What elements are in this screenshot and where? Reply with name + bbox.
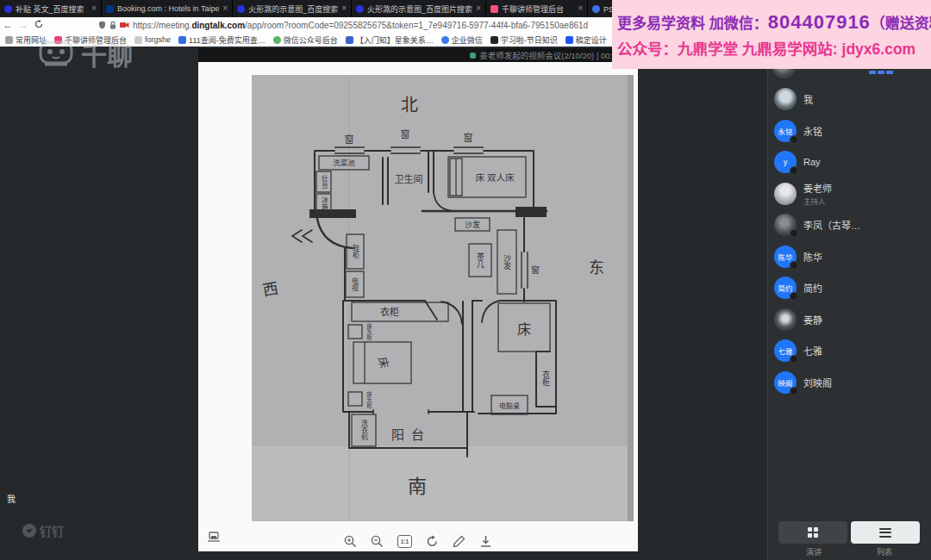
baidu-favicon [237, 5, 245, 13]
tab-baidu-search-2[interactable]: 火形煞的示意图_百度搜索 × [233, 0, 352, 17]
tab-baidu-search-1[interactable]: 补贴 英文_百度搜索 × [0, 0, 102, 17]
close-icon[interactable]: × [578, 4, 583, 13]
wecom-icon [441, 36, 449, 44]
site-icon [346, 36, 353, 44]
meeting-window: 姜老师发起的视频会议(2/10/20) | 00:28:02 [0, 47, 931, 560]
label-tea-table: 茶几 [476, 252, 484, 269]
participants-list: 我 永铭 永铭 y Ray 姜老师 主持人 李凤（古琴… 陈华 陈华 简约 简约 [767, 69, 931, 513]
label-window: 窗 [464, 132, 473, 143]
viewer-toolbar: 1:1 [198, 532, 638, 551]
compass-north: 北 [401, 96, 418, 115]
avatar: 陈华 [774, 246, 797, 268]
my-video-name-label: 我 [7, 492, 16, 505]
participant-row[interactable]: y Ray [767, 147, 931, 177]
zoom-in-icon [344, 535, 357, 548]
participant-row[interactable]: 简约 简约 [767, 273, 931, 302]
avatar [774, 308, 797, 331]
speaker-view-button[interactable] [778, 521, 847, 544]
bookmark-item[interactable]: 111查阅-免费实用查… [178, 34, 266, 46]
promo-line1: 更多易学资料 加微信：804407916（赠送资料） [617, 11, 926, 34]
bookmark-item[interactable]: forgshe [134, 35, 171, 44]
close-icon[interactable]: × [476, 4, 481, 13]
zoom-out-icon [371, 535, 384, 548]
participant-name: 姜老师 [803, 181, 832, 195]
label-window: 窗 [345, 134, 354, 145]
lock-icon [109, 21, 116, 29]
forward-button[interactable]: → [16, 20, 31, 30]
avatar: 七雅 [774, 339, 797, 362]
rotate-icon [426, 535, 439, 548]
label-computer-desk: 电脑桌 [499, 401, 520, 410]
close-icon[interactable]: × [91, 4, 97, 13]
back-button[interactable]: ← [0, 20, 16, 30]
meeting-title: 姜老师发起的视频会议(2/10/20) | 00:28:02 [479, 49, 633, 61]
bookmark-item[interactable]: 稿定设计 [565, 34, 607, 46]
site-favicon [592, 5, 600, 13]
label-sink: 洗菜池 [333, 159, 355, 167]
label-wardrobe: 衣柜 [380, 306, 399, 317]
tab-qianliao-admin[interactable]: 千聊讲师管理后台 × [486, 0, 588, 17]
promo-banner: 更多易学资料 加微信：804407916（赠送资料） 公众号：九鼎学堂 九鼎易学… [612, 0, 931, 69]
site-icon [178, 36, 186, 44]
list-view-label: 列表 [849, 546, 920, 557]
url-text: https://meeting.dingtalk.com/app/room?ro… [133, 21, 588, 30]
label-shoe-cabinet: 鞋柜 [352, 244, 359, 259]
compass-south: 南 [408, 476, 427, 497]
bookmark-item[interactable]: 学习啦-节日知识 [490, 34, 558, 46]
label-nightstand: 床头柜 [366, 390, 372, 409]
status-dot [790, 292, 798, 301]
rotate-button[interactable] [426, 535, 439, 548]
bookmark-item[interactable]: 企业微信 [441, 34, 483, 46]
label-fridge: 冰箱 [321, 196, 328, 211]
label-balcony: 阳台 [391, 427, 431, 442]
participant-row[interactable]: 李凤（古琴… [767, 210, 931, 240]
reload-icon [34, 20, 43, 28]
participant-row[interactable]: 七雅 七雅 [767, 336, 931, 365]
camera-permission-icon [120, 22, 129, 28]
bookmark-item[interactable]: 千聊讲师管理后台 [54, 34, 127, 46]
participant-row[interactable]: 姜静 [767, 305, 931, 334]
zoom-in-button[interactable] [344, 535, 357, 548]
participant-name: Ray [803, 157, 821, 167]
actual-size-button[interactable]: 1:1 [397, 535, 412, 548]
bookmark-item[interactable]: 【入门知】星象关系… [346, 34, 434, 46]
participant-row-me[interactable]: 我 [767, 84, 931, 114]
participant-name: 永铭 [803, 124, 822, 138]
annotate-button[interactable] [453, 535, 466, 548]
shield-icon [98, 21, 106, 29]
avatar: 映阁 [774, 371, 797, 394]
qianliao-icon [54, 36, 62, 44]
close-icon[interactable]: × [341, 4, 347, 13]
list-view-icon [879, 528, 891, 538]
url-bar[interactable]: https://meeting.dingtalk.com/app/room?ro… [98, 21, 588, 30]
reload-button[interactable] [31, 20, 47, 30]
status-dot [790, 166, 798, 175]
speaker-view-label: 演讲 [778, 546, 849, 557]
participant-row-host[interactable]: 姜老师 主持人 [767, 179, 931, 208]
meeting-title-bar: 姜老师发起的视频会议(2/10/20) | 00:28:02 [198, 48, 638, 62]
close-icon[interactable]: × [222, 4, 228, 13]
baidu-favicon [356, 5, 364, 13]
label-nightstand: 床头柜 [366, 322, 372, 341]
download-button[interactable] [479, 535, 492, 548]
tab-booking[interactable]: Booking.com : Hotels in Taipe × [102, 0, 233, 17]
host-badge: 主持人 [803, 196, 832, 206]
participant-name: 七雅 [803, 344, 822, 358]
wall-chunk [515, 207, 547, 217]
compass-east: 东 [589, 259, 604, 277]
participant-row[interactable]: 陈华 陈华 [767, 242, 931, 271]
list-view-button[interactable] [851, 521, 920, 544]
label-stove: 灶台 [321, 174, 328, 190]
site-icon [490, 36, 498, 44]
label-bed2: 床 [517, 322, 531, 337]
qianliao-favicon [490, 5, 498, 13]
avatar: 简约 [774, 277, 797, 299]
tab-baidu-images[interactable]: 火形煞的示意图_百度图片搜索 × [352, 0, 486, 17]
bookmark-item[interactable]: 微信公众号后台 [273, 34, 338, 46]
participant-row[interactable]: 永铭 永铭 [767, 116, 931, 146]
participant-row[interactable]: 映阁 刘映阁 [767, 368, 931, 397]
pencil-icon [453, 535, 466, 548]
zoom-out-button[interactable] [371, 535, 384, 548]
bookmark-item[interactable]: 常用网址 [5, 34, 47, 46]
participant-name: 陈华 [803, 250, 822, 264]
